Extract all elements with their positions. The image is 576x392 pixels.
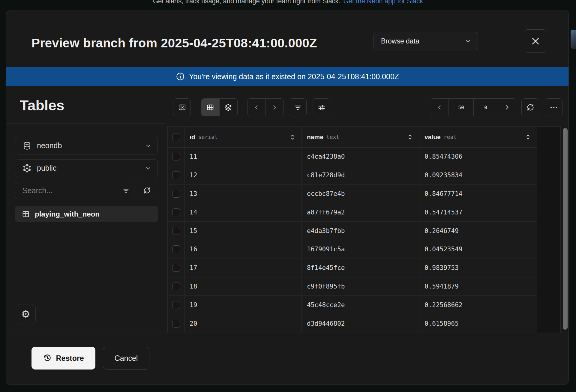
sort-icon[interactable]	[526, 133, 530, 141]
row-checkbox[interactable]	[172, 264, 180, 272]
chevron-right-icon	[503, 104, 511, 111]
column-type: serial	[198, 134, 218, 140]
table-row[interactable]: 15 e4da3b7fbb 0.2646749	[168, 222, 537, 240]
browse-data-label: Browse data	[381, 37, 419, 45]
cell-name: 1679091c5a	[302, 240, 419, 259]
avatar	[571, 30, 576, 49]
prev-row-button[interactable]	[248, 99, 266, 116]
database-label: neondb	[37, 141, 140, 150]
schema-icon	[22, 164, 32, 173]
scrollbar-thumb[interactable]	[563, 128, 568, 330]
table-search	[15, 182, 134, 199]
restore-button[interactable]: Restore	[32, 347, 95, 370]
table-filler	[537, 126, 561, 333]
layers-icon	[224, 103, 232, 112]
chevron-left-icon	[436, 104, 443, 111]
prev-page-button[interactable]	[430, 99, 448, 116]
next-row-button[interactable]	[266, 99, 284, 116]
filter-button[interactable]	[289, 98, 307, 116]
column-settings-button[interactable]	[313, 98, 330, 116]
row-checkbox[interactable]	[172, 190, 180, 198]
sort-icon[interactable]	[290, 133, 295, 141]
cell-name: 8f14e45fce	[302, 259, 419, 277]
database-icon	[22, 141, 32, 150]
cell-name: c9f0f895fb	[302, 277, 419, 296]
refresh-data-button[interactable]	[521, 98, 539, 116]
select-all-checkbox[interactable]	[172, 133, 180, 141]
table-row[interactable]: 12 c81e728d9d 0.09235834	[168, 166, 537, 185]
row-checkbox[interactable]	[172, 227, 180, 235]
table-row[interactable]: 14 a87ff679a2 0.54714537	[168, 203, 537, 222]
table-name-label: playing_with_neon	[35, 210, 100, 218]
collapse-sidebar-button[interactable]	[173, 98, 191, 116]
row-checkbox[interactable]	[172, 283, 180, 290]
table-row[interactable]: 11 c4ca4238a0 0.85474306	[168, 148, 537, 166]
cell-value: 0.54714537	[419, 203, 537, 221]
cell-id: 16	[184, 240, 302, 259]
column-header-value[interactable]: value real	[419, 127, 537, 147]
vertical-scrollbar[interactable]	[562, 126, 568, 333]
row-checkbox[interactable]	[172, 153, 180, 160]
column-header-id[interactable]: id serial	[184, 127, 302, 147]
table-icon	[22, 210, 30, 218]
refresh-icon	[143, 187, 151, 194]
refresh-icon	[526, 103, 535, 112]
data-pane: 50 0 …	[165, 86, 569, 333]
table-row[interactable]: 16 1679091c5a 0.04523549	[168, 240, 537, 259]
page-size-field[interactable]: 50	[449, 99, 473, 116]
sidebar-refresh-button[interactable]	[138, 182, 156, 199]
row-checkbox[interactable]	[172, 320, 180, 328]
cell-name: a87ff679a2	[302, 203, 419, 221]
cancel-button[interactable]: Cancel	[103, 347, 149, 370]
settings-button[interactable]: ⚙	[16, 304, 36, 324]
more-options-button[interactable]: …	[545, 98, 563, 116]
table-view-button[interactable]	[201, 99, 219, 116]
cell-value: 0.5941879	[419, 277, 537, 296]
cancel-label: Cancel	[115, 354, 138, 363]
schema-select[interactable]: public	[15, 159, 158, 177]
table-header-row: id serial name text value	[168, 127, 537, 148]
cell-value: 0.09235834	[419, 166, 537, 184]
cell-value: 0.84677714	[419, 185, 537, 203]
filter-lines-icon[interactable]	[122, 187, 130, 194]
column-name: value	[424, 133, 441, 141]
table-row[interactable]: 18 c9f0f895fb 0.5941879	[168, 277, 537, 296]
layers-view-button[interactable]	[219, 99, 237, 116]
cell-name: eccbc87e4b	[302, 185, 419, 203]
sliders-icon	[317, 103, 326, 112]
table-row[interactable]: 13 eccbc87e4b 0.84677714	[168, 185, 537, 203]
next-page-button[interactable]	[498, 99, 516, 116]
column-header-name[interactable]: name text	[302, 127, 419, 147]
table-row[interactable]: 20 d3d9446802 0.6158965	[168, 314, 537, 333]
search-input[interactable]	[22, 186, 119, 195]
sidebar-item-playing_with_neon[interactable]: playing_with_neon	[15, 206, 158, 222]
cell-name: d3d9446802	[302, 314, 419, 333]
table-body: 11 c4ca4238a0 0.85474306 12 c81e728d9d 0…	[168, 148, 537, 333]
cell-value: 0.85474306	[419, 148, 537, 166]
cell-id: 13	[184, 185, 302, 203]
row-checkbox[interactable]	[172, 245, 180, 253]
cell-id: 14	[184, 203, 302, 221]
schema-label: public	[37, 164, 140, 172]
sort-icon[interactable]	[408, 133, 412, 141]
cell-id: 11	[184, 148, 302, 166]
modal-body: Tables neondb public	[6, 86, 568, 333]
cell-value: 0.04523549	[419, 240, 537, 259]
chevron-left-icon	[253, 104, 260, 111]
table-row[interactable]: 19 45c48cce2e 0.22568662	[168, 296, 537, 314]
view-mode-toggle	[201, 98, 238, 116]
row-checkbox[interactable]	[172, 301, 180, 309]
database-select[interactable]: neondb	[15, 137, 158, 154]
promo-text: Get alerts, track usage, and manage your…	[153, 0, 340, 5]
promo-link[interactable]: Get the Neon app for Slack	[344, 0, 423, 5]
column-name: id	[190, 133, 195, 141]
cell-value: 0.6158965	[419, 314, 537, 333]
offset-field[interactable]: 0	[473, 99, 498, 116]
table-row[interactable]: 17 8f14e45fce 0.9839753	[168, 259, 537, 277]
cell-value: 0.22568662	[419, 296, 537, 314]
chevron-down-icon	[464, 37, 472, 45]
close-button[interactable]	[524, 29, 547, 53]
row-checkbox[interactable]	[172, 208, 180, 216]
row-checkbox[interactable]	[172, 171, 180, 179]
browse-data-dropdown[interactable]: Browse data	[374, 32, 478, 50]
